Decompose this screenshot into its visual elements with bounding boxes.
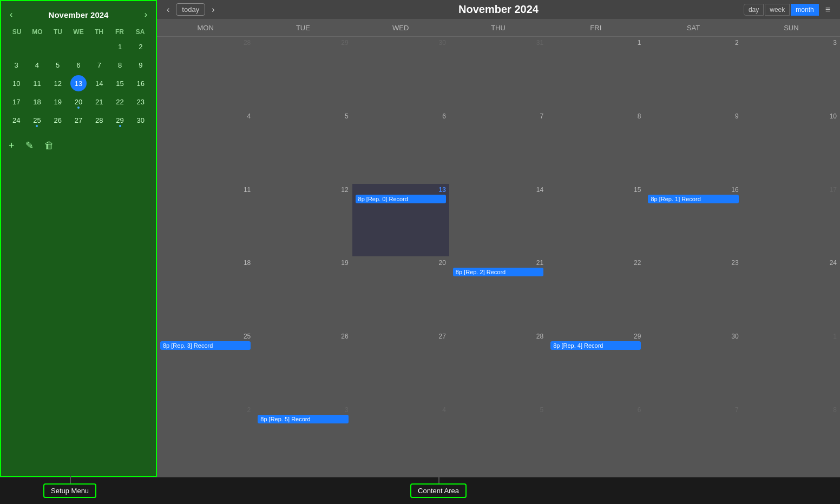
mini-day-cell[interactable]: 5 — [50, 57, 66, 73]
cal-day-cell[interactable]: 6 — [352, 110, 450, 183]
cal-day-cell[interactable]: 298p [Rep. 4] Record — [547, 330, 645, 403]
cal-day-cell[interactable]: 3 — [743, 37, 840, 110]
calendar-next-button[interactable]: › — [208, 4, 218, 16]
cal-day-cell[interactable]: 8 — [547, 110, 645, 183]
add-event-button[interactable]: + — [6, 137, 17, 154]
day-number: 26 — [258, 333, 348, 340]
mini-day-cell[interactable]: 13 — [70, 75, 87, 91]
event-bar[interactable]: 8p [Rep. 5] Record — [258, 415, 348, 423]
mini-day-cell[interactable]: 17 — [8, 94, 24, 110]
cal-day-cell[interactable]: 28 — [157, 37, 254, 110]
day-number: 23 — [648, 259, 738, 267]
event-bar[interactable]: 8p [Rep. 1] Record — [648, 195, 738, 203]
mini-day-cell[interactable]: 19 — [50, 94, 66, 110]
hamburger-button[interactable]: ≡ — [822, 4, 834, 16]
mini-day-cell[interactable]: 28 — [91, 112, 107, 128]
cal-day-header: WED — [352, 19, 450, 36]
cal-day-cell[interactable]: 30 — [352, 37, 450, 110]
cal-day-cell[interactable]: 12 — [254, 184, 352, 257]
cal-day-cell[interactable]: 38p [Rep. 5] Record — [254, 404, 352, 477]
event-bar[interactable]: 8p [Rep. 4] Record — [550, 341, 641, 350]
mini-day-cell[interactable]: 23 — [133, 94, 149, 110]
cal-day-cell[interactable]: 8 — [743, 404, 840, 477]
mini-day-cell[interactable]: 14 — [91, 75, 107, 91]
mini-day-cell[interactable]: 25 — [29, 112, 45, 128]
mini-day-cell[interactable]: 1 — [112, 38, 128, 55]
mini-day-cell[interactable]: 20 — [70, 94, 87, 110]
edit-event-button[interactable]: ✎ — [23, 137, 36, 154]
cal-day-cell[interactable]: 7 — [645, 404, 742, 477]
cal-day-cell[interactable]: 1 — [547, 37, 645, 110]
event-bar[interactable]: 8p [Rep. 2] Record — [453, 268, 543, 276]
cal-day-cell[interactable]: 20 — [352, 257, 450, 330]
cal-day-cell[interactable]: 11 — [157, 184, 254, 257]
mini-day-cell[interactable]: 10 — [8, 75, 24, 91]
mini-day-cell[interactable]: 29 — [112, 112, 128, 128]
cal-day-cell[interactable]: 258p [Rep. 3] Record — [157, 330, 254, 403]
mini-day-cell[interactable]: 21 — [91, 94, 107, 110]
cal-day-cell[interactable]: 138p [Rep. 0] Record — [352, 184, 450, 257]
cal-day-cell[interactable]: 10 — [743, 110, 840, 183]
mini-day-cell[interactable]: 16 — [133, 75, 149, 91]
event-bar[interactable]: 8p [Rep. 0] Record — [356, 195, 446, 203]
cal-day-cell[interactable]: 22 — [547, 257, 645, 330]
mini-day-cell[interactable]: 4 — [29, 57, 45, 73]
cal-day-cell[interactable]: 218p [Rep. 2] Record — [450, 257, 547, 330]
day-number: 30 — [356, 39, 446, 47]
mini-day-cell[interactable]: 18 — [29, 94, 45, 110]
today-button[interactable]: today — [176, 3, 205, 16]
cal-day-cell[interactable]: 7 — [450, 110, 547, 183]
mini-day-cell[interactable]: 6 — [70, 57, 87, 73]
cal-day-cell[interactable]: 2 — [157, 404, 254, 477]
cal-day-cell[interactable]: 28 — [450, 330, 547, 403]
mini-cal-title: November 2024 — [49, 10, 109, 19]
cal-day-cell[interactable]: 24 — [743, 257, 840, 330]
mini-day-cell[interactable]: 22 — [112, 94, 128, 110]
cal-day-cell[interactable]: 9 — [645, 110, 742, 183]
cal-day-cell[interactable]: 2 — [645, 37, 742, 110]
delete-event-button[interactable]: 🗑 — [42, 137, 56, 154]
mini-day-cell[interactable]: 7 — [91, 57, 107, 73]
mini-day-cell[interactable]: 27 — [70, 112, 87, 128]
event-bar[interactable]: 8p [Rep. 3] Record — [160, 341, 251, 350]
mini-day-cell[interactable]: 3 — [8, 57, 24, 73]
cal-day-cell[interactable]: 1 — [743, 330, 840, 403]
cal-day-cell[interactable]: 17 — [743, 184, 840, 257]
day-number: 8 — [550, 112, 641, 120]
cal-day-cell[interactable]: 31 — [450, 37, 547, 110]
mini-day-cell[interactable]: 11 — [29, 75, 45, 91]
mini-cal-prev-button[interactable]: ‹ — [6, 9, 16, 21]
mini-day-cell[interactable]: 8 — [112, 57, 128, 73]
cal-day-cell[interactable]: 27 — [352, 330, 450, 403]
cal-day-cell[interactable]: 18 — [157, 257, 254, 330]
cal-day-cell[interactable]: 4 — [157, 110, 254, 183]
cal-day-cell[interactable]: 5 — [450, 404, 547, 477]
view-day-button[interactable]: day — [744, 4, 764, 16]
mini-day-cell[interactable]: 26 — [50, 112, 66, 128]
mini-day-headers: SUMOTUWETHFRSA — [6, 28, 150, 36]
cal-day-cell[interactable]: 30 — [645, 330, 742, 403]
mini-day-cell[interactable]: 12 — [50, 75, 66, 91]
cal-day-cell[interactable]: 15 — [547, 184, 645, 257]
cal-day-cell[interactable]: 5 — [254, 110, 352, 183]
mini-day-cell[interactable]: 24 — [8, 112, 24, 128]
cal-day-cell[interactable]: 29 — [254, 37, 352, 110]
view-week-button[interactable]: week — [765, 4, 790, 16]
view-month-button[interactable]: month — [791, 4, 818, 16]
cal-day-cell[interactable]: 4 — [352, 404, 450, 477]
cal-day-cell[interactable]: 26 — [254, 330, 352, 403]
day-number: 12 — [258, 186, 348, 194]
mini-day-cell[interactable]: 2 — [133, 38, 149, 55]
day-number: 14 — [453, 186, 543, 194]
calendar-prev-button[interactable]: ‹ — [163, 4, 173, 16]
mini-cal-next-button[interactable]: › — [141, 9, 150, 21]
cal-day-cell[interactable]: 168p [Rep. 1] Record — [645, 184, 742, 257]
cal-day-cell[interactable]: 23 — [645, 257, 742, 330]
mini-day-cell[interactable]: 15 — [112, 75, 128, 91]
day-number: 10 — [746, 112, 837, 120]
cal-day-cell[interactable]: 14 — [450, 184, 547, 257]
cal-day-cell[interactable]: 19 — [254, 257, 352, 330]
mini-day-cell[interactable]: 30 — [133, 112, 149, 128]
mini-day-cell[interactable]: 9 — [133, 57, 149, 73]
cal-day-cell[interactable]: 6 — [547, 404, 645, 477]
